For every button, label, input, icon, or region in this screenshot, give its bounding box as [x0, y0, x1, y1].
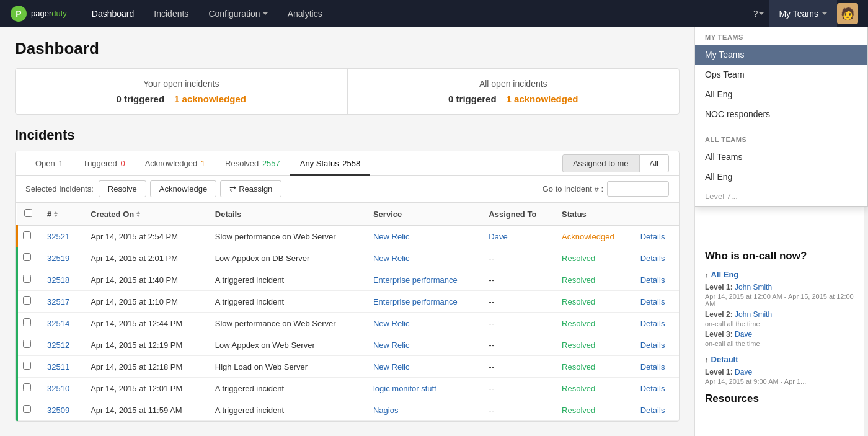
nav-configuration[interactable]: Configuration [198, 0, 277, 27]
details-link[interactable]: Details [640, 275, 665, 285]
row-checkbox[interactable] [23, 275, 31, 283]
service-link[interactable]: New Relic [373, 254, 410, 263]
row-checkbox[interactable] [23, 340, 31, 348]
select-all-checkbox[interactable] [24, 209, 32, 217]
all-open-incidents-card: All open incidents 0 triggered 1 acknowl… [348, 69, 680, 114]
row-id-cell: 32519 [40, 247, 83, 269]
row-details-cell: A triggered incident [208, 269, 366, 291]
resolve-button[interactable]: Resolve [99, 180, 146, 197]
avatar[interactable]: 🧑 [837, 3, 858, 24]
service-link[interactable]: New Relic [373, 319, 410, 328]
dropdown-all-eng-2[interactable]: All Eng [695, 167, 867, 187]
details-link[interactable]: Details [640, 406, 665, 415]
teams-button[interactable]: My Teams [769, 0, 837, 27]
dropdown-all-teams[interactable]: All Teams [695, 147, 867, 167]
incident-id-link[interactable]: 32521 [47, 232, 69, 241]
logo: P pagerduty [10, 5, 67, 22]
oncall-team-default: ↑ Default Level 1: Dave Apr 14, 2015 at … [705, 355, 858, 385]
incident-id-link[interactable]: 32519 [47, 254, 69, 263]
row-checkbox[interactable] [23, 362, 31, 370]
row-checkbox[interactable] [23, 231, 31, 239]
incident-id-link[interactable]: 32512 [47, 340, 69, 350]
default-level1: Level 1: Dave [705, 368, 858, 376]
arrow-icon-2: ↑ [705, 356, 709, 363]
incident-id-link[interactable]: 32511 [47, 362, 69, 371]
oncall-team-default-name[interactable]: ↑ Default [705, 355, 858, 364]
all-eng-link[interactable]: All Eng [711, 270, 739, 279]
filter-all[interactable]: All [639, 154, 669, 172]
details-link[interactable]: Details [640, 362, 665, 371]
row-created-cell: Apr 14, 2015 at 12:18 PM [83, 356, 208, 378]
dropdown-ops-team[interactable]: Ops Team [695, 65, 867, 84]
details-link[interactable]: Details [640, 254, 665, 263]
row-checkbox[interactable] [23, 253, 31, 261]
service-link[interactable]: New Relic [373, 362, 410, 371]
tab-triggered[interactable]: Triggered 0 [73, 151, 135, 176]
configuration-caret [263, 12, 268, 15]
th-created-on[interactable]: Created On [83, 203, 208, 226]
th-id-sort[interactable]: # [47, 210, 58, 219]
level2-person[interactable]: John Smith [735, 310, 772, 319]
incident-id-link[interactable]: 32509 [47, 406, 69, 415]
details-link[interactable]: Details [640, 319, 665, 328]
tab-open[interactable]: Open 1 [25, 151, 73, 176]
service-link[interactable]: Enterprise performance [373, 275, 458, 285]
row-id-cell: 32521 [40, 226, 83, 247]
row-checkbox[interactable] [23, 383, 31, 391]
incident-id-link[interactable]: 32514 [47, 319, 69, 328]
row-checkbox[interactable] [23, 318, 31, 326]
row-checkbox-cell [17, 399, 40, 421]
details-link[interactable]: Details [640, 340, 665, 350]
goto-input[interactable] [607, 181, 669, 197]
help-button[interactable]: ? [748, 9, 769, 19]
incident-id-link[interactable]: 32518 [47, 275, 69, 285]
th-id[interactable]: # [40, 203, 83, 226]
assigned-to-link[interactable]: Dave [489, 232, 507, 241]
filter-assigned-to-me[interactable]: Assigned to me [562, 154, 639, 172]
service-link[interactable]: New Relic [373, 340, 410, 350]
dropdown-my-teams[interactable]: My Teams [695, 45, 867, 65]
nav-dashboard[interactable]: Dashboard [82, 0, 144, 27]
th-created-sort[interactable]: Created On [91, 210, 140, 219]
service-link[interactable]: Enterprise performance [373, 297, 458, 306]
oncall-team-all-eng: ↑ All Eng Level 1: John Smith Apr 14, 20… [705, 270, 858, 347]
acknowledge-button[interactable]: Acknowledge [150, 180, 216, 197]
row-checkbox[interactable] [23, 296, 31, 305]
row-id-cell: 32514 [40, 313, 83, 334]
status-badge: Resolved [562, 406, 595, 415]
oncall-team-all-eng-name[interactable]: ↑ All Eng [705, 270, 858, 279]
incident-id-link[interactable]: 32517 [47, 297, 69, 306]
row-assigned-cell: -- [481, 378, 554, 399]
row-service-cell: New Relic [366, 334, 481, 356]
nav-analytics[interactable]: Analytics [278, 0, 332, 27]
row-actions-cell: Details [633, 291, 679, 313]
dropdown-noc-responders[interactable]: NOC responders [695, 104, 867, 124]
tab-acknowledged[interactable]: Acknowledged 1 [135, 151, 215, 176]
details-link[interactable]: Details [640, 297, 665, 306]
all-teams-header: ALL TEAMS [695, 130, 867, 147]
service-link[interactable]: logic monitor stuff [373, 384, 436, 393]
dropdown-level7[interactable]: Level 7... [695, 187, 867, 206]
incidents-section-title: Incidents [15, 127, 680, 143]
dropdown-all-eng[interactable]: All Eng [695, 84, 867, 104]
tab-resolved[interactable]: Resolved 2557 [215, 151, 290, 176]
details-link[interactable]: Details [640, 384, 665, 393]
details-link[interactable]: Details [640, 232, 665, 241]
level3-person[interactable]: Dave [735, 330, 752, 339]
row-service-cell: New Relic [366, 226, 481, 247]
default-link[interactable]: Default [711, 355, 738, 364]
tab-any-status[interactable]: Any Status 2558 [290, 151, 370, 176]
row-service-cell: Nagios [366, 399, 481, 421]
default-level1-person[interactable]: Dave [735, 368, 752, 376]
reassign-button[interactable]: ⇄ Reassign [220, 180, 281, 197]
service-link[interactable]: Nagios [373, 406, 398, 415]
incident-id-link[interactable]: 32510 [47, 384, 69, 393]
row-assigned-cell: -- [481, 356, 554, 378]
level1-person[interactable]: John Smith [735, 283, 772, 291]
all-acknowledged-stat: 1 acknowledged [507, 94, 578, 104]
table-row: 32521 Apr 14, 2015 at 2:54 PM Slow perfo… [17, 226, 679, 247]
nav-links: Dashboard Incidents Configuration Analyt… [82, 0, 748, 27]
nav-incidents[interactable]: Incidents [144, 0, 198, 27]
row-checkbox[interactable] [23, 405, 31, 413]
service-link[interactable]: New Relic [373, 232, 410, 241]
